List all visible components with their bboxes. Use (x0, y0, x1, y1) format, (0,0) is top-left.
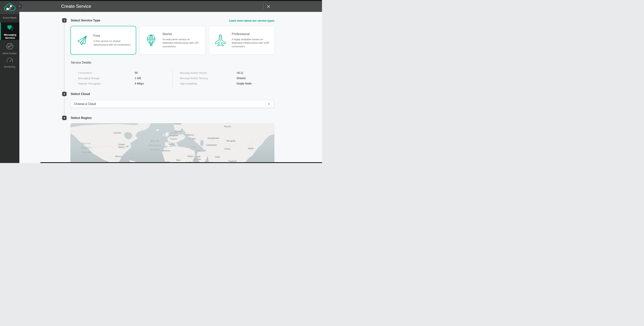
map-country-label: Mali (176, 159, 180, 162)
close-icon (266, 4, 270, 9)
detail-label: High Availability (180, 82, 236, 85)
map-country-label: China (224, 148, 230, 150)
cloud-select-value: Choose a Cloud (74, 102, 96, 106)
map-country-label: Japan (248, 147, 254, 150)
map-country-label: United Kingdom (169, 131, 179, 137)
airplane-icon (209, 34, 232, 46)
step-2-title: Select Cloud (71, 92, 90, 96)
page-title: Create Service (61, 1, 91, 12)
service-type-description: A highly available service on dedicated … (232, 38, 272, 48)
map-country-label: Spain (168, 143, 174, 145)
detail-label: Network Throughput (78, 82, 135, 85)
service-type-card-professional[interactable]: Professional A highly available service … (209, 26, 275, 55)
map-country-label: Mexico (115, 155, 122, 158)
map-country-label: Morocco (162, 149, 170, 152)
bottom-edge-strip (40, 162, 322, 163)
service-type-cards: Free A free service on shared infrastruc… (70, 26, 275, 55)
modal-header: Create Service (19, 1, 322, 12)
service-type-description: A free service on shared infrastructure … (94, 39, 133, 46)
app-logo[interactable] (0, 1, 19, 14)
map-country-label: Canada (114, 131, 121, 134)
create-service-page: Event Mesh Messaging Services Mesh Build… (0, 0, 322, 163)
sidebar-item-messaging-services[interactable]: Messaging Services (0, 22, 19, 40)
region-map[interactable]: North Pacific OceanNorth Atlantic Ocean … (70, 123, 274, 163)
service-type-card-starter[interactable]: Starter An entry-level service on dedica… (140, 26, 206, 55)
sidebar-item-mesh-builder[interactable]: Mesh Builder (0, 40, 19, 54)
sidebar-item-monitoring[interactable]: Monitoring (0, 54, 19, 68)
detail-label: Connections (78, 71, 135, 74)
map-labels-layer: RussiaCanadaSwedenNorwayUnited KingdomBe… (70, 123, 274, 163)
step-3-title: Select Region (71, 116, 92, 120)
map-country-label: Uzbekistan (206, 144, 217, 146)
step-3-badge: 3 (62, 116, 66, 120)
detail-value: >8.11 (236, 71, 243, 74)
map-country-label: Saudi Arabia (193, 155, 202, 161)
close-button[interactable] (266, 3, 272, 9)
sidebar-item-label: Monitoring (0, 65, 19, 68)
chevron-down-caret-icon: ▼ (268, 103, 270, 105)
learn-more-link[interactable]: Learn more about our service types (229, 18, 274, 23)
detail-label: Message Broker Version (180, 71, 236, 74)
detail-value: Single Node (236, 82, 252, 85)
service-details-left-column: Connections50 Messaging Storage1 GB Netw… (78, 70, 144, 86)
step-connector (64, 96, 64, 116)
service-type-card-free[interactable]: Free A free service on shared infrastruc… (70, 26, 136, 55)
paper-plane-icon (71, 34, 94, 46)
service-type-description: An entry-level service on dedicated infr… (162, 38, 202, 48)
step-2-badge: 2 (62, 92, 66, 96)
hexagon-mesh-icon (6, 43, 14, 50)
map-country-label: Belarus (186, 134, 194, 136)
detail-value: 4 Mbps (135, 82, 144, 85)
map-country-label: Russia (224, 125, 231, 128)
step-connector (64, 23, 64, 92)
service-type-name: Free (94, 34, 133, 38)
map-country-label: Cuba (129, 156, 134, 159)
map-country-label: Ukraine (188, 137, 196, 140)
map-country-label: Kazakhstan (208, 137, 219, 140)
detail-value: 50 (135, 71, 138, 74)
shield-icon (6, 25, 14, 31)
detail-value: 1 GB (135, 77, 141, 80)
detail-label: Messaging Storage (78, 77, 135, 80)
map-country-label: United States (117, 143, 126, 149)
chevron-right-icon (18, 4, 21, 8)
step-1-title: Select Service Type (71, 18, 100, 23)
sidebar-expand-button[interactable] (17, 4, 22, 9)
sidebar-item-label: Messaging Services (1, 33, 19, 40)
cloud-logo-icon (4, 3, 16, 12)
map-country-label: Egypt (188, 155, 193, 158)
map-country-label: France (170, 138, 177, 140)
detail-label: Message Broker Tenancy (180, 77, 236, 80)
gauge-icon (6, 57, 14, 63)
header-divider (263, 4, 263, 9)
sidebar-section-event-mesh: Event Mesh (0, 16, 19, 19)
sidebar: Event Mesh Messaging Services Mesh Build… (0, 1, 19, 163)
detail-value: Shared (236, 77, 246, 80)
service-details-title: Service Details (71, 61, 91, 64)
map-country-label: Iraq (196, 149, 200, 152)
service-type-name: Starter (162, 32, 202, 36)
map-country-label: Iran (202, 149, 206, 152)
map-country-label: Sweden (174, 123, 182, 125)
step-1-badge: 1 (62, 18, 66, 23)
service-details-right-column: Message Broker Version>8.11 Message Brok… (180, 70, 252, 86)
map-country-label: Mongolia (226, 140, 236, 142)
hot-air-balloon-icon (140, 34, 162, 46)
map-country-label: Turkey (190, 145, 196, 148)
service-type-name: Professional (232, 32, 272, 36)
map-country-label: India (215, 156, 220, 158)
cloud-select-dropdown[interactable]: Choose a Cloud ▼ (70, 100, 274, 108)
